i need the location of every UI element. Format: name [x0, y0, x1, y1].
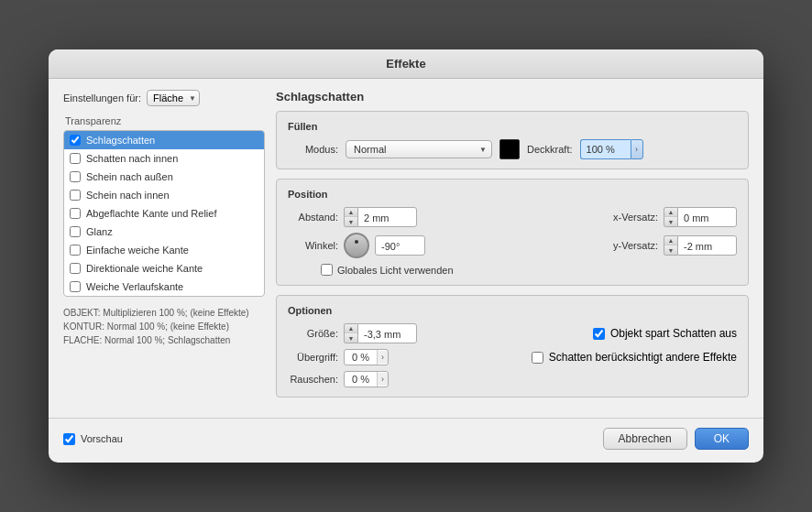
abstand-down-arrow[interactable]: ▼	[345, 217, 357, 226]
effect-item-schein-nach-innen[interactable]: Schein nach innen	[64, 186, 264, 204]
deckkraft-label: Deckkraft:	[527, 144, 573, 155]
ok-button[interactable]: OK	[695, 428, 749, 450]
y-versatz-value[interactable]: -2 mm	[677, 235, 737, 256]
schlagschatten-checkbox[interactable]	[70, 135, 81, 146]
abstand-stepper: ▲ ▼ 2 mm	[344, 207, 417, 227]
position-section: Position Abstand: ▲ ▼ 2 mm	[276, 179, 749, 286]
x-versatz-value[interactable]: 0 mm	[677, 207, 737, 227]
objekt-line: OBJEKT: Multiplizieren 100 %; (keine Eff…	[63, 306, 265, 320]
effects-list: Schlagschatten Schatten nach innen Schei…	[63, 130, 265, 297]
abstand-arrows[interactable]: ▲ ▼	[344, 207, 357, 227]
effect-item-schlagschatten[interactable]: Schlagschatten	[64, 131, 264, 149]
bottom-bar: Vorschau Abbrechen OK	[49, 418, 763, 463]
vorschau-checkbox[interactable]	[63, 433, 75, 445]
effect-item-direktionale-weiche-kante[interactable]: Direktionale weiche Kante	[64, 259, 264, 278]
modus-select[interactable]: Normal	[346, 140, 492, 158]
effect-item-weiche-verlaufskante[interactable]: Weiche Verlaufskante	[64, 278, 264, 296]
schein-nach-innen-label: Schein nach innen	[86, 190, 170, 201]
schein-nach-aussen-checkbox[interactable]	[70, 171, 81, 182]
effect-item-schatten-nach-innen[interactable]: Schatten nach innen	[64, 149, 264, 168]
effect-item-schein-nach-aussen[interactable]: Schein nach außen	[64, 168, 264, 186]
größe-down-arrow[interactable]: ▼	[345, 333, 357, 343]
abgeflachte-kante-checkbox[interactable]	[70, 208, 81, 219]
x-versatz-up-arrow[interactable]: ▲	[664, 208, 677, 217]
rauschen-input-wrap: 0 % ›	[344, 371, 389, 387]
winkel-dot	[355, 240, 358, 244]
übergriff-row: Übergriff: 0 % › Schatten berücksichtigt…	[288, 349, 737, 365]
größe-stepper: ▲ ▼ -3,3 mm	[344, 323, 417, 343]
x-versatz-arrows[interactable]: ▲ ▼	[664, 207, 677, 227]
globales-licht-checkbox[interactable]	[321, 264, 333, 276]
abstand-label: Abstand:	[288, 212, 338, 223]
vorschau-row: Vorschau	[63, 433, 123, 445]
y-versatz-down-arrow[interactable]: ▼	[664, 245, 677, 255]
winkel-circle[interactable]	[344, 233, 369, 258]
winkel-stepper: -90°	[375, 235, 425, 256]
füllen-header: Füllen	[288, 121, 737, 132]
objekt-spart-right: Objekt spart Schatten aus	[593, 327, 737, 340]
effect-item-glanz[interactable]: Glanz	[64, 223, 264, 241]
y-versatz-stepper: ▲ ▼ -2 mm	[664, 235, 737, 256]
abstand-row: Abstand: ▲ ▼ 2 mm x-Versatz:	[288, 207, 737, 227]
deckkraft-input[interactable]	[580, 139, 631, 159]
y-versatz-up-arrow[interactable]: ▲	[664, 236, 677, 245]
einstellungen-label: Einstellungen für:	[63, 93, 141, 103]
modus-select-wrapper[interactable]: Normal	[346, 140, 492, 158]
abgeflachte-kante-label: Abgeflachte Kante und Relief	[86, 208, 217, 219]
vorschau-label: Vorschau	[81, 433, 123, 444]
übergriff-value[interactable]: 0 %	[345, 350, 378, 365]
x-versatz-label: x-Versatz:	[598, 212, 658, 223]
flache-line: FLACHE: Normal 100 %; Schlagschatten	[63, 333, 265, 347]
fläche-select-wrapper[interactable]: Fläche	[147, 90, 200, 106]
fläche-select[interactable]: Fläche	[147, 90, 200, 106]
schatten-berücksichtigt-checkbox[interactable]	[532, 352, 543, 364]
y-versatz-arrows[interactable]: ▲ ▼	[664, 235, 677, 256]
optionen-grid: Größe: ▲ ▼ -3,3 mm Objekt spa	[288, 323, 737, 387]
größe-value[interactable]: -3,3 mm	[357, 323, 417, 343]
x-versatz-stepper: ▲ ▼ 0 mm	[664, 207, 737, 227]
einfache-weiche-kante-label: Einfache weiche Kante	[86, 245, 189, 256]
globales-licht-row: Globales Licht verwenden	[321, 264, 737, 276]
abstand-value[interactable]: 2 mm	[357, 207, 417, 227]
deckkraft-arrow[interactable]: ›	[631, 139, 643, 159]
abstand-up-arrow[interactable]: ▲	[345, 208, 357, 217]
buttons-row: Abbrechen OK	[603, 428, 749, 450]
objekt-spart-label: Objekt spart Schatten aus	[610, 327, 737, 340]
größe-left: Größe: ▲ ▼ -3,3 mm	[288, 323, 417, 343]
winkel-left: Winkel: -90°	[288, 233, 425, 258]
color-swatch[interactable]	[499, 139, 520, 159]
winkel-label: Winkel:	[288, 240, 338, 251]
schlagschatten-title: Schlagschatten	[276, 90, 749, 103]
schlagschatten-label: Schlagschatten	[86, 135, 155, 146]
effect-item-abgeflachte-kante[interactable]: Abgeflachte Kante und Relief	[64, 204, 264, 223]
einfache-weiche-kante-checkbox[interactable]	[70, 245, 81, 256]
winkel-value[interactable]: -90°	[375, 235, 425, 256]
optionen-header: Optionen	[288, 305, 737, 316]
größe-label: Größe:	[288, 328, 338, 339]
schatten-berücksichtigt-label: Schatten berücksichtigt andere Effekte	[549, 351, 737, 364]
kontur-line: KONTUR: Normal 100 %; (keine Effekte)	[63, 320, 265, 333]
optionen-section: Optionen Größe: ▲ ▼ -3,3 mm	[276, 295, 749, 398]
objekt-spart-checkbox[interactable]	[593, 328, 605, 340]
übergriff-label: Übergriff:	[288, 352, 338, 363]
globales-licht-label: Globales Licht verwenden	[337, 265, 454, 276]
schatten-nach-innen-checkbox[interactable]	[70, 153, 81, 164]
größe-up-arrow[interactable]: ▲	[345, 324, 357, 333]
effect-item-einfache-weiche-kante[interactable]: Einfache weiche Kante	[64, 241, 264, 259]
effects-dialog: Effekte Einstellungen für: Fläche Transp…	[49, 49, 763, 463]
deckkraft-input-wrapper: ›	[580, 139, 643, 159]
übergriff-input-wrap: 0 % ›	[344, 349, 389, 365]
glanz-checkbox[interactable]	[70, 226, 81, 237]
rauschen-arrow[interactable]: ›	[378, 373, 388, 386]
größe-arrows[interactable]: ▲ ▼	[344, 323, 357, 343]
direktionale-weiche-kante-checkbox[interactable]	[70, 263, 81, 274]
modus-label: Modus:	[288, 144, 338, 155]
abbrechen-button[interactable]: Abbrechen	[603, 428, 687, 450]
weiche-verlaufskante-checkbox[interactable]	[70, 281, 81, 292]
right-panel: Schlagschatten Füllen Modus: Normal Deck…	[276, 90, 749, 407]
rauschen-value[interactable]: 0 %	[345, 372, 378, 387]
übergriff-arrow[interactable]: ›	[378, 351, 388, 364]
schein-nach-innen-checkbox[interactable]	[70, 190, 81, 201]
x-versatz-down-arrow[interactable]: ▼	[664, 217, 677, 226]
direktionale-weiche-kante-label: Direktionale weiche Kante	[86, 263, 203, 274]
